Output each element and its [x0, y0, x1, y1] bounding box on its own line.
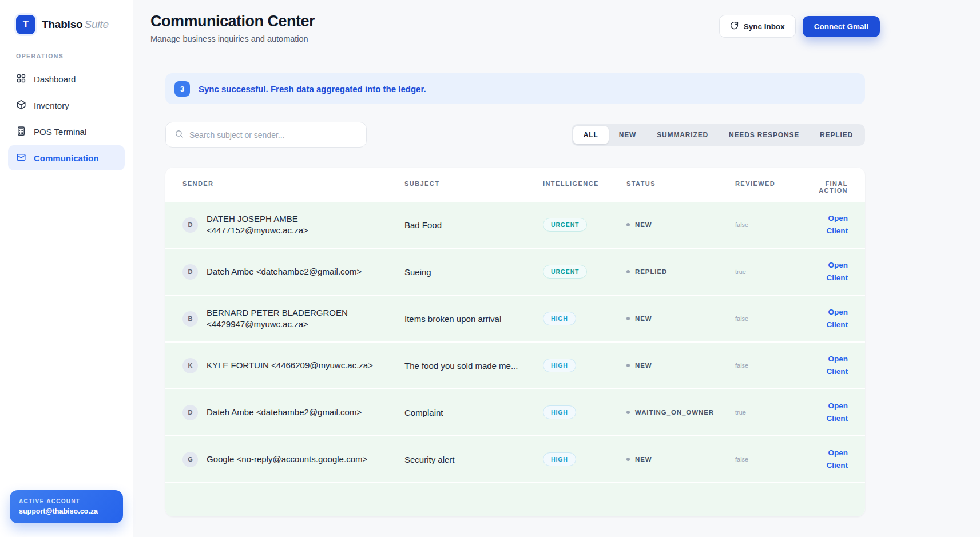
package-icon: [16, 100, 26, 112]
intelligence-cell: HIGH: [543, 405, 626, 419]
sidebar-section-label: OPERATIONS: [0, 53, 133, 66]
intelligence-cell: HIGH: [543, 359, 626, 372]
status-cell: WAITING_ON_OWNER: [626, 409, 735, 416]
column-header-status: STATUS: [626, 180, 735, 194]
toolbar: ALL NEW SUMMARIZED NEEDS RESPONSE REPLIE…: [165, 122, 865, 148]
filter-tab-summarized[interactable]: SUMMARIZED: [646, 126, 719, 144]
status-dot-icon: [626, 270, 630, 273]
sidebar-item-dashboard[interactable]: Dashboard: [8, 66, 125, 92]
avatar: B: [182, 311, 198, 327]
column-header-reviewed: REVIEWED: [735, 180, 808, 194]
alert-count-badge: 3: [174, 81, 190, 97]
open-client-link[interactable]: Open Client: [808, 447, 848, 472]
communications-table: SENDER SUBJECT INTELLIGENCE STATUS REVIE…: [165, 168, 865, 516]
page-header: Communication Center Manage business inq…: [150, 13, 880, 43]
priority-badge: HIGH: [543, 405, 576, 419]
refresh-icon: [730, 21, 739, 31]
table-row: G Google <no-reply@accounts.google.com> …: [165, 435, 865, 482]
sender-name: Google <no-reply@accounts.google.com>: [207, 454, 367, 465]
filter-tab-needs-response[interactable]: NEEDS RESPONSE: [719, 126, 810, 144]
active-account-email: support@thabiso.co.za: [19, 507, 114, 515]
sidebar-nav: Dashboard Inventory POS Terminal Communi…: [0, 66, 133, 170]
page-title: Communication Center: [150, 13, 315, 30]
avatar: D: [182, 217, 198, 233]
open-client-link[interactable]: Open Client: [808, 212, 848, 238]
reviewed-value: false: [735, 362, 808, 369]
priority-badge: URGENT: [543, 265, 587, 279]
connect-gmail-button[interactable]: Connect Gmail: [803, 16, 880, 37]
status-dot-icon: [626, 364, 630, 367]
open-client-link[interactable]: Open Client: [808, 400, 848, 425]
status-label: NEW: [635, 362, 652, 369]
sender-name: Dateh Ambe <datehambe2@gmail.com>: [207, 407, 362, 418]
sidebar-item-label: Inventory: [34, 101, 69, 110]
main-content: Communication Center Manage business inq…: [133, 0, 980, 537]
subject-cell: Sueing: [404, 267, 543, 277]
sync-success-alert: 3 Sync successful. Fresh data aggregated…: [165, 73, 865, 104]
sidebar-item-pos-terminal[interactable]: POS Terminal: [8, 119, 125, 144]
calculator-icon: [16, 126, 26, 138]
status-cell: NEW: [626, 221, 735, 228]
intelligence-cell: URGENT: [543, 218, 626, 232]
sidebar-item-label: Communication: [34, 153, 98, 163]
status-dot-icon: [626, 458, 630, 461]
mail-icon: [16, 152, 26, 164]
status-label: NEW: [635, 221, 652, 228]
subject-cell: The food you sold made me...: [404, 361, 543, 371]
sender-name: DATEH JOSEPH AMBE <4477152@myuwc.ac.za>: [207, 213, 383, 237]
sidebar-item-label: POS Terminal: [34, 127, 86, 137]
page-subtitle: Manage business inquiries and automation: [150, 34, 315, 43]
reviewed-value: false: [735, 315, 808, 322]
sender-name: KYLE FORTUIN <4466209@myuwc.ac.za>: [207, 360, 373, 371]
priority-badge: URGENT: [543, 218, 587, 232]
sender-name: Dateh Ambe <datehambe2@gmail.com>: [207, 266, 362, 277]
table-header: SENDER SUBJECT INTELLIGENCE STATUS REVIE…: [165, 168, 865, 201]
open-client-link[interactable]: Open Client: [808, 259, 848, 285]
content-area: 3 Sync successful. Fresh data aggregated…: [165, 73, 865, 516]
status-dot-icon: [626, 411, 630, 414]
status-dot-icon: [626, 317, 630, 320]
status-cell: NEW: [626, 315, 735, 322]
table-row-partial: [165, 482, 865, 516]
filter-tab-all[interactable]: ALL: [573, 126, 609, 144]
action-cell: Open Client: [808, 259, 848, 285]
active-account-label: ACTIVE ACCOUNT: [19, 498, 114, 504]
table-row: D Dateh Ambe <datehambe2@gmail.com> Suei…: [165, 248, 865, 295]
sidebar-item-communication[interactable]: Communication: [8, 145, 125, 170]
dashboard-grid-icon: [16, 73, 26, 85]
sender-cell: B BERNARD PETER BLADERGROEN <4429947@myu…: [182, 307, 404, 331]
open-client-link[interactable]: Open Client: [808, 353, 848, 379]
sidebar-item-inventory[interactable]: Inventory: [8, 93, 125, 118]
table-row: D DATEH JOSEPH AMBE <4477152@myuwc.ac.za…: [165, 201, 865, 248]
subject-cell: Complaint: [404, 408, 543, 417]
sync-inbox-button[interactable]: Sync Inbox: [719, 15, 796, 38]
action-cell: Open Client: [808, 212, 848, 238]
sender-cell: G Google <no-reply@accounts.google.com>: [182, 452, 404, 467]
table-row: D Dateh Ambe <datehambe2@gmail.com> Comp…: [165, 388, 865, 435]
table-row: K KYLE FORTUIN <4466209@myuwc.ac.za> The…: [165, 341, 865, 388]
brand-name: ThabisoSuite: [42, 18, 109, 31]
avatar: D: [182, 405, 198, 420]
open-client-link[interactable]: Open Client: [808, 306, 848, 332]
status-cell: NEW: [626, 362, 735, 369]
filter-tabs: ALL NEW SUMMARIZED NEEDS RESPONSE REPLIE…: [572, 124, 865, 146]
search-input[interactable]: [189, 130, 358, 140]
reviewed-value: false: [735, 221, 808, 228]
status-cell: REPLIED: [626, 268, 735, 275]
intelligence-cell: HIGH: [543, 452, 626, 466]
action-cell: Open Client: [808, 306, 848, 332]
action-cell: Open Client: [808, 353, 848, 379]
status-cell: NEW: [626, 456, 735, 463]
reviewed-value: false: [735, 456, 808, 463]
filter-tab-replied[interactable]: REPLIED: [810, 126, 863, 144]
column-header-sender: SENDER: [182, 180, 404, 194]
status-label: NEW: [635, 315, 652, 322]
priority-badge: HIGH: [543, 359, 576, 372]
filter-tab-new[interactable]: NEW: [609, 126, 647, 144]
logo: T ThabisoSuite: [0, 0, 133, 53]
reviewed-value: true: [735, 268, 808, 275]
action-cell: Open Client: [808, 400, 848, 425]
sender-cell: D DATEH JOSEPH AMBE <4477152@myuwc.ac.za…: [182, 213, 404, 237]
subject-cell: Items broken upon arrival: [404, 314, 543, 324]
intelligence-cell: HIGH: [543, 312, 626, 325]
